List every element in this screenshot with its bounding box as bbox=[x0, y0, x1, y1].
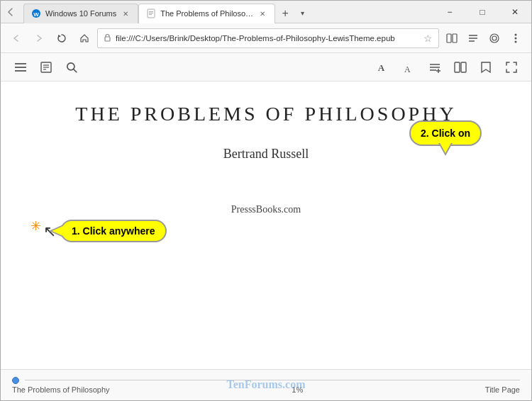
svg-rect-34 bbox=[455, 62, 460, 72]
tab2-label: The Problems of Philoso… bbox=[160, 9, 253, 18]
book-author: Bertrand Russell bbox=[223, 147, 309, 162]
page-info-bar: The Problems of Philosophy 1% Title Page bbox=[12, 385, 520, 394]
bookmark-icon[interactable] bbox=[475, 56, 497, 79]
maximize-button[interactable]: □ bbox=[466, 1, 499, 23]
svg-text:W: W bbox=[33, 11, 39, 18]
svg-rect-9 bbox=[453, 34, 457, 43]
hub-icon[interactable] bbox=[463, 28, 483, 48]
svg-rect-3 bbox=[149, 11, 153, 12]
home-button[interactable] bbox=[74, 28, 94, 48]
svg-rect-5 bbox=[149, 14, 152, 15]
minimize-button[interactable]: − bbox=[433, 1, 466, 23]
tab1-favicon: W bbox=[31, 9, 41, 18]
reading-view-icon[interactable] bbox=[442, 28, 462, 48]
page-book-title: The Problems of Philosophy bbox=[12, 385, 110, 394]
callout-2-label: 2. Click on bbox=[421, 128, 470, 139]
tab2-close-button[interactable]: ✕ bbox=[257, 9, 267, 18]
browser-window: W Windows 10 Forums ✕ bbox=[0, 0, 532, 401]
more-icon[interactable] bbox=[506, 28, 526, 48]
window-controls: − □ ✕ bbox=[433, 1, 531, 23]
reading-toolbar-right: A A bbox=[372, 56, 523, 79]
address-input[interactable]: file:///C:/Users/Brink/Desktop/The-Probl… bbox=[97, 28, 439, 48]
notes-icon[interactable] bbox=[35, 56, 57, 79]
reading-toolbar-left bbox=[9, 56, 83, 79]
svg-rect-35 bbox=[461, 62, 466, 72]
tab2-favicon bbox=[146, 9, 156, 18]
tab-windows10forums[interactable]: W Windows 10 Forums ✕ bbox=[23, 4, 138, 23]
browser-toolbar-right bbox=[442, 28, 526, 48]
page-progress-percent: 1% bbox=[292, 385, 303, 394]
svg-point-15 bbox=[515, 33, 517, 35]
reading-toolbar: A A bbox=[1, 53, 531, 81]
svg-rect-7 bbox=[105, 37, 110, 41]
title-bar-left: W Windows 10 Forums ✕ bbox=[1, 1, 433, 23]
close-button[interactable]: ✕ bbox=[499, 1, 531, 23]
progress-line bbox=[25, 380, 520, 380]
callout-1-bubble: 1. Click anywhere bbox=[60, 220, 167, 242]
font-size-large-icon[interactable]: A bbox=[372, 56, 395, 79]
svg-point-17 bbox=[515, 40, 517, 43]
search-icon[interactable] bbox=[60, 56, 83, 79]
svg-rect-4 bbox=[149, 13, 153, 13]
book-publisher: PresssBooks.com bbox=[231, 204, 301, 215]
back-button[interactable] bbox=[6, 28, 26, 48]
progress-dot bbox=[12, 377, 19, 384]
tab1-close-button[interactable]: ✕ bbox=[121, 9, 131, 18]
svg-marker-6 bbox=[58, 35, 61, 38]
text-options-icon[interactable] bbox=[423, 56, 446, 79]
svg-rect-8 bbox=[447, 34, 451, 43]
font-size-small-icon[interactable]: A bbox=[398, 56, 421, 79]
tab1-label: Windows 10 Forums bbox=[45, 9, 116, 18]
tab-bar: W Windows 10 Forums ✕ bbox=[21, 1, 309, 23]
tab-problems-of-philosophy[interactable]: The Problems of Philoso… ✕ bbox=[138, 4, 275, 23]
window-back-icon bbox=[5, 6, 16, 18]
svg-point-16 bbox=[515, 37, 517, 39]
new-tab-button[interactable]: + bbox=[275, 4, 295, 23]
favorites-icon[interactable]: ☆ bbox=[423, 33, 433, 44]
svg-text:A: A bbox=[378, 62, 385, 72]
hamburger-menu-icon[interactable] bbox=[9, 56, 32, 79]
book-title: The Problems of Philosophy bbox=[75, 103, 456, 125]
progress-container bbox=[12, 377, 520, 384]
bottom-bar: The Problems of Philosophy 1% Title Page… bbox=[1, 369, 531, 400]
cortana-icon[interactable] bbox=[484, 28, 504, 48]
address-bar: file:///C:/Users/Brink/Desktop/The-Probl… bbox=[1, 23, 531, 53]
page-chapter: Title Page bbox=[485, 385, 520, 394]
refresh-button[interactable] bbox=[52, 28, 72, 48]
fullscreen-icon[interactable] bbox=[500, 56, 523, 79]
svg-point-14 bbox=[492, 36, 497, 40]
tab-dropdown-button[interactable]: ▾ bbox=[295, 4, 309, 23]
cursor-icon: ↖ bbox=[43, 222, 56, 241]
svg-line-26 bbox=[73, 69, 76, 72]
title-bar: W Windows 10 Forums ✕ bbox=[1, 1, 531, 23]
sparkle-icon: ✳ bbox=[31, 218, 41, 234]
forward-button[interactable] bbox=[29, 28, 49, 48]
url-text: file:///C:/Users/Brink/Desktop/The-Probl… bbox=[116, 34, 419, 43]
svg-text:A: A bbox=[404, 64, 411, 74]
callout-1-label: 1. Click anywhere bbox=[72, 225, 155, 237]
reading-mode-icon[interactable] bbox=[449, 56, 472, 79]
lock-icon bbox=[104, 33, 111, 43]
svg-point-13 bbox=[490, 34, 499, 43]
epub-content[interactable]: The Problems of Philosophy Bertrand Russ… bbox=[1, 81, 531, 369]
callout-1-container: ✳ ↖ 1. Click anywhere bbox=[43, 220, 167, 242]
window-nav-controls bbox=[1, 6, 21, 18]
